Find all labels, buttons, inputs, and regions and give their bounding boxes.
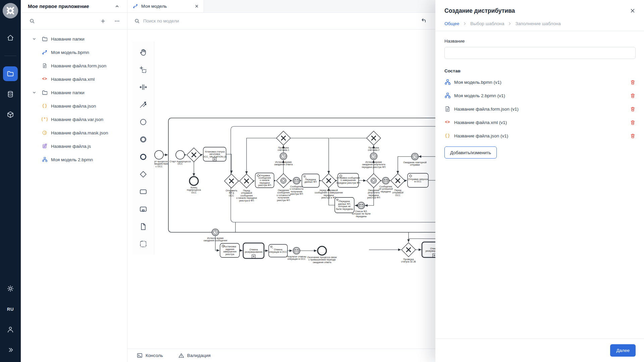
distribution-name-input[interactable] [444, 47, 636, 59]
rail-item-home[interactable] [3, 31, 18, 45]
bpmn-node-timer3[interactable]: Ожидание повторнойотправки [403, 153, 427, 167]
tree-item[interactable]: (*)Название файла.var.json [21, 113, 127, 126]
bpmn-node-taskCancel1[interactable]: Отменарезервирования [243, 243, 264, 258]
rail-item-expand[interactable] [3, 343, 18, 357]
tree-item[interactable]: Моя модель 2.bpmn [21, 153, 127, 166]
bpmn-node-taskRetry[interactable]: Передачаданных ФЛ,которые небыли передан… [335, 197, 354, 213]
tab-model[interactable]: Моя модель [127, 0, 204, 12]
chevron-down-icon[interactable] [32, 37, 37, 41]
palette-space-tool[interactable] [132, 78, 154, 96]
bpmn-node-end2[interactable]: Окончание процесса связис превышением пе… [307, 246, 337, 264]
tree-item[interactable]: Название файла.mask.json [21, 126, 127, 139]
collapse-project-button[interactable] [113, 2, 121, 10]
mask-icon [42, 130, 48, 135]
bpmn-node-end1[interactable]: КонецподпроцессаОСС [187, 177, 201, 194]
bpmn-node-gw1[interactable] [187, 148, 201, 162]
palette-gateway[interactable] [132, 166, 154, 183]
element-label: Проверкастатуса 32,36 [401, 258, 416, 263]
sequence-flow[interactable] [405, 180, 407, 181]
rail-item-gear[interactable] [3, 281, 18, 296]
palette-hand-tool[interactable] [132, 44, 154, 61]
bpmn-node-taskSend2[interactable]: Отправка сообщенияо завершениипередачи р… [336, 173, 360, 187]
bpmn-node-msg4[interactable]: Результат отменыоперации в ОСС [287, 247, 306, 261]
element-label: Проверкасчетчика 2 [368, 146, 380, 151]
more-options-button[interactable] [113, 17, 121, 25]
bpmn-node-msg2[interactable]: Сообщениеоб успешнойпередаче [379, 177, 393, 193]
tree-item[interactable]: Название папки [21, 86, 127, 99]
palette-start-event[interactable] [132, 113, 154, 131]
folder-icon [42, 90, 48, 95]
tree-item[interactable]: Название папки [21, 32, 127, 46]
app-logo[interactable] [3, 3, 18, 18]
bpmn-node-taskCancelOp[interactable]: Отменаоперации в ОСС [269, 244, 287, 257]
chevron-right-icon [463, 21, 467, 26]
sequence-flow[interactable] [398, 157, 411, 174]
element-label: Список ФЛ,которые не былипереданы [352, 210, 370, 218]
bpmn-node-timer1[interactable]: Истекло времяожидания ответа [274, 153, 292, 166]
palette-data-object[interactable] [132, 218, 154, 235]
tree-item[interactable]: Название файла.js [21, 139, 127, 153]
bpmn-node-timer4[interactable]: Истекло времяожидания сообщения [204, 229, 227, 242]
validation-button[interactable]: Валидация [178, 353, 211, 358]
sequence-flow[interactable] [290, 138, 329, 174]
bpmn-node-msg3[interactable]: Список ФЛ,которые не былипереданы [352, 202, 370, 218]
next-button[interactable]: Далее [610, 344, 636, 357]
bpmn-node-taskSend1[interactable]: Отправкасообщенияо началепередачиреестра… [255, 173, 274, 188]
bpmn-node-gwEvent1[interactable]: Ожиданиесообщенияо готовностиполученияре… [276, 174, 290, 202]
tree-item[interactable]: Моя модель.bpmn [21, 46, 127, 59]
palette-intermediate-event[interactable] [132, 131, 154, 148]
chevron-down-icon[interactable] [32, 90, 37, 95]
close-tab-icon[interactable] [195, 4, 199, 8]
sequence-flow[interactable] [239, 250, 243, 251]
rail-item-lang[interactable]: RU [3, 302, 18, 316]
palette-task[interactable] [132, 183, 154, 200]
compose-item: Моя модель.bpmn (v1) [444, 75, 636, 89]
bpmn-node-gwTop1[interactable]: Проверкасчетчика 1 [276, 131, 290, 151]
palette-end-event[interactable] [132, 148, 154, 166]
add-file-button[interactable] [99, 17, 107, 25]
tree-item[interactable]: { }Название файла.json [21, 99, 127, 113]
delete-icon[interactable] [630, 106, 636, 112]
palette-group[interactable] [132, 235, 154, 253]
bpmn-node-gwEvent2[interactable]: Ожиданиерезультатапередачиреестра ФП [367, 174, 381, 199]
sequence-flow[interactable] [359, 180, 366, 181]
wizard-step-2[interactable]: Выбор шаблона [470, 21, 504, 26]
bpmn-node-gwTop2[interactable]: Проверкасчетчика 2 [367, 131, 381, 151]
palette-connect-tool[interactable] [132, 96, 154, 113]
bpmn-node-gwOtpr[interactable]: ОтправитьФЛ вОСС [224, 174, 238, 197]
bpmn-node-taskScript1[interactable]: Передачаданных ФП [302, 174, 319, 187]
bpmn-node-msg1[interactable]: Сообщениео готовностиполученияреестра ФП [289, 177, 303, 196]
model-search-input[interactable] [143, 18, 244, 23]
wizard-step-1[interactable]: Общее [444, 21, 459, 26]
bpmn-node-start2[interactable]: Старт подпроцессаОСС [170, 150, 191, 165]
palette-lasso-tool[interactable] [132, 61, 154, 78]
bpmn-node-taskPost[interactable]: Постановказаданиязавершенияреестра [220, 243, 239, 257]
delete-icon[interactable] [630, 79, 636, 85]
bpmn-node-task1[interactable]: Установка статусазаголовкаОСС_VALIDATION… [203, 147, 227, 161]
tree-item[interactable]: Название файла.form.json [21, 59, 127, 72]
sequence-flow[interactable] [247, 138, 276, 174]
add-edit-button[interactable]: Добавить/изменить [444, 146, 497, 159]
rail-item-database[interactable] [3, 87, 18, 102]
bpmn-node-gwPered[interactable]: Передотправкойсообщенияо начале передачи… [236, 174, 257, 202]
rail-item-cube[interactable] [3, 107, 18, 122]
rail-item-user[interactable] [3, 322, 18, 337]
console-button[interactable]: Консоль [137, 353, 163, 358]
space-tool-icon [139, 83, 148, 92]
palette-subprocess[interactable] [132, 200, 154, 218]
bpmn-node-gwStatus[interactable]: Проверкастатуса 32,36 [401, 243, 416, 263]
tree-item-label: Название папки [51, 37, 85, 42]
bpmn-node-timer2[interactable]: Истекло времяожидания результатапередачи… [362, 153, 385, 169]
search-icon[interactable] [28, 17, 36, 25]
compose-item-label: Название файла.xml (v1) [454, 120, 626, 125]
delete-icon[interactable] [630, 93, 636, 99]
close-modal-button[interactable] [630, 8, 635, 13]
undo-button[interactable] [420, 17, 428, 25]
bpmn-node-taskReq[interactable]: Отправка запросав ОСС [408, 173, 428, 187]
tree-item[interactable]: <>Название файла.xml [21, 72, 127, 86]
rail-item-folder[interactable] [3, 66, 18, 81]
delete-icon[interactable] [630, 120, 636, 125]
delete-icon[interactable] [630, 133, 636, 139]
bpmn-node-gwXor4[interactable]: ПередотправкойОСС [391, 174, 405, 196]
wizard-step-3[interactable]: Заполнение шаблона [515, 21, 560, 26]
